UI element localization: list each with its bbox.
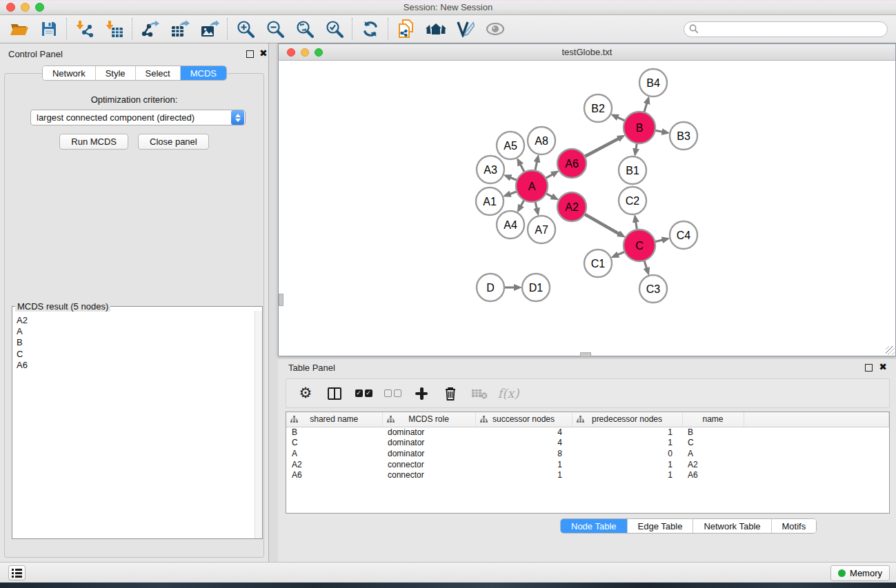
close-panel-button[interactable]: Close panel <box>138 134 209 150</box>
column-header-mcds-role[interactable]: MCDS role <box>382 412 475 427</box>
table-options-button[interactable]: ⚙ <box>293 381 318 406</box>
criterion-dropdown[interactable]: largest connected component (directed) <box>30 110 246 125</box>
cell-shared-name[interactable]: A2 <box>286 459 382 470</box>
cell-shared-name[interactable]: A6 <box>286 469 382 480</box>
cell-shared-name[interactable]: A <box>286 448 382 459</box>
result-item[interactable]: B <box>17 337 250 348</box>
export-table-button[interactable] <box>165 16 195 42</box>
column-header-name[interactable]: name <box>682 412 744 427</box>
network-graph[interactable]: AA1A2A3A4A5A6A7A8BB1B2B3B4CC1C2C3C4DD1 <box>279 61 895 356</box>
cell-shared-name[interactable]: C <box>286 438 382 449</box>
zoom-selected-button[interactable] <box>319 16 349 42</box>
result-item[interactable]: A2 <box>17 315 250 326</box>
export-network-button[interactable] <box>135 16 165 42</box>
column-label: predecessor nodes <box>592 414 662 424</box>
window-resize-grip[interactable] <box>886 346 895 355</box>
table-row[interactable]: A6connector11A6 <box>286 469 889 480</box>
column-header-predecessor-nodes[interactable]: predecessor nodes <box>572 412 682 427</box>
tab-select[interactable]: Select <box>136 66 181 80</box>
delete-column-button[interactable] <box>438 381 463 406</box>
cell-successor-nodes[interactable]: 8 <box>475 448 572 459</box>
graph-edge-A6-B[interactable] <box>584 139 619 157</box>
cell-mcds-role[interactable]: dominator <box>382 448 475 459</box>
save-session-button[interactable] <box>34 16 63 42</box>
style-mapper-button[interactable] <box>450 16 480 42</box>
table-row[interactable]: Bdominator41B <box>286 427 889 438</box>
tab-edge-table[interactable]: Edge Table <box>628 519 694 533</box>
refresh-icon <box>361 20 379 38</box>
import-table-button[interactable] <box>99 16 129 42</box>
column-header-successor-nodes[interactable]: successor nodes <box>475 412 572 427</box>
memory-button[interactable]: Memory <box>830 565 890 581</box>
task-history-button[interactable] <box>8 565 26 580</box>
cell-mcds-role[interactable]: connector <box>382 469 475 480</box>
result-item[interactable]: A <box>17 326 250 337</box>
create-column-button[interactable] <box>409 381 434 406</box>
show-columns-button[interactable] <box>322 381 347 406</box>
table-row[interactable]: Adominator80A <box>286 448 889 459</box>
open-session-button[interactable] <box>4 16 34 42</box>
fullscreen-window-button[interactable] <box>35 3 44 12</box>
select-all-button[interactable]: ✓✓ <box>351 381 376 406</box>
graph-edge-A2-C[interactable] <box>584 214 619 234</box>
tab-network-table[interactable]: Network Table <box>693 519 771 533</box>
tab-network[interactable]: Network <box>43 66 96 80</box>
cell-successor-nodes[interactable]: 1 <box>475 459 572 470</box>
network-window-titlebar[interactable]: testGlobe.txt <box>279 44 895 61</box>
cell-name[interactable]: A6 <box>682 469 744 480</box>
zoom-fit-button[interactable] <box>290 16 319 42</box>
cell-predecessor-nodes[interactable]: 1 <box>572 459 682 470</box>
cell-predecessor-nodes[interactable]: 1 <box>572 438 682 449</box>
network-canvas[interactable]: AA1A2A3A4A5A6A7A8BB1B2B3B4CC1C2C3C4DD1 <box>279 61 895 356</box>
cell-mcds-role[interactable]: dominator <box>382 427 475 438</box>
result-item[interactable]: C <box>17 349 250 360</box>
export-image-button[interactable] <box>195 16 224 42</box>
tab-style[interactable]: Style <box>96 66 136 80</box>
cell-successor-nodes[interactable]: 1 <box>475 469 572 480</box>
deselect-all-button[interactable] <box>380 381 405 406</box>
cell-mcds-role[interactable]: dominator <box>382 438 475 449</box>
bottom-scroll-handle[interactable] <box>580 352 591 357</box>
result-scrollbar[interactable] <box>255 311 262 538</box>
cell-name[interactable]: A <box>682 448 744 459</box>
float-panel-icon[interactable] <box>246 50 254 58</box>
tab-motifs[interactable]: Motifs <box>772 519 817 533</box>
table-row[interactable]: A2connector11A2 <box>286 459 889 470</box>
column-label: shared name <box>310 414 358 424</box>
mcds-result-list[interactable]: A2 A B C A6 <box>12 312 254 538</box>
graphics-details-button[interactable] <box>480 16 510 42</box>
zoom-out-button[interactable] <box>260 16 290 42</box>
import-network-button[interactable] <box>70 16 99 42</box>
cell-successor-nodes[interactable]: 4 <box>475 438 572 449</box>
cell-name[interactable]: A2 <box>682 459 744 470</box>
close-panel-icon[interactable]: ✖ <box>259 48 268 58</box>
gear-icon: ⚙ <box>299 386 312 401</box>
home-panel-button[interactable] <box>421 16 450 42</box>
cell-predecessor-nodes[interactable]: 1 <box>572 469 682 480</box>
refresh-view-button[interactable] <box>355 16 385 42</box>
left-scroll-handle[interactable] <box>279 294 283 306</box>
cell-mcds-role[interactable]: connector <box>382 459 475 470</box>
close-window-button[interactable] <box>6 3 15 12</box>
cell-predecessor-nodes[interactable]: 0 <box>572 448 682 459</box>
table-row[interactable]: Cdominator41C <box>286 438 889 449</box>
float-table-panel-icon[interactable] <box>865 364 873 372</box>
minimize-window-button[interactable] <box>21 3 30 12</box>
result-item[interactable]: A6 <box>17 360 250 371</box>
cell-successor-nodes[interactable]: 4 <box>475 427 572 438</box>
clone-network-button[interactable] <box>391 16 421 42</box>
cell-predecessor-nodes[interactable]: 1 <box>572 427 682 438</box>
close-table-panel-icon[interactable]: ✖ <box>879 362 887 372</box>
table-panel-title: Table Panel <box>288 363 335 373</box>
cell-name[interactable]: B <box>682 427 744 438</box>
cell-name[interactable]: C <box>682 438 744 449</box>
run-mcds-button[interactable]: Run MCDS <box>59 134 128 150</box>
graph-edge-B-B4[interactable] <box>644 103 646 113</box>
search-input[interactable] <box>684 21 888 37</box>
cell-shared-name[interactable]: B <box>286 427 382 438</box>
main-toolbar <box>0 15 896 43</box>
tab-node-table[interactable]: Node Table <box>561 519 628 533</box>
column-header-shared-name[interactable]: shared name <box>286 412 382 427</box>
zoom-in-button[interactable] <box>230 16 260 42</box>
tab-mcds[interactable]: MCDS <box>181 66 226 80</box>
